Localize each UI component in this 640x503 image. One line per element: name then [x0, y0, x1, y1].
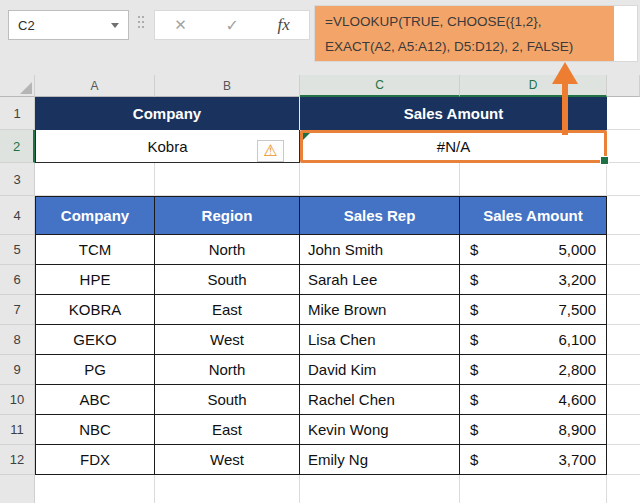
cell-e4[interactable]: [607, 196, 640, 235]
cell-sales-amount[interactable]: $8,900: [460, 415, 607, 445]
cell-company[interactable]: NBC: [35, 415, 155, 445]
row-header-10[interactable]: 10: [0, 385, 35, 415]
cell-company[interactable]: GEKO: [35, 325, 155, 355]
cell-sales-amount[interactable]: $2,800: [460, 355, 607, 385]
row-header-8[interactable]: 8: [0, 325, 35, 355]
cell-sales-rep[interactable]: Emily Ng: [300, 445, 460, 475]
row-header-9[interactable]: 9: [0, 355, 35, 385]
table-header-sales-rep[interactable]: Sales Rep: [300, 196, 460, 235]
table-body: TCMNorthJohn Smith$5,000HPESouthSarah Le…: [35, 235, 640, 475]
cell-e1[interactable]: [607, 97, 640, 130]
error-indicator-triangle: [303, 133, 310, 140]
excel-window: C2 ✕ ✓ fx =VLOOKUP(TRUE, CHOOSE({1,2}, E…: [0, 0, 640, 503]
cell-e12[interactable]: [607, 445, 640, 475]
cell-e5[interactable]: [607, 235, 640, 265]
cell-e6[interactable]: [607, 265, 640, 295]
table-row-12: FDXWestEmily Ng$3,700: [35, 445, 640, 475]
enter-icon[interactable]: ✓: [225, 16, 238, 35]
formula-bar[interactable]: =VLOOKUP(TRUE, CHOOSE({1,2}, EXACT(A2, A…: [314, 5, 638, 62]
cell-c13[interactable]: [300, 475, 460, 503]
cell-a1-company-header[interactable]: Company: [35, 97, 300, 130]
cell-sales-amount[interactable]: $6,100: [460, 325, 607, 355]
row-header-13-partial[interactable]: [0, 475, 35, 503]
cell-region[interactable]: North: [155, 355, 300, 385]
row-3: [35, 163, 640, 196]
fill-handle[interactable]: [600, 156, 609, 165]
cell-sales-amount[interactable]: $5,000: [460, 235, 607, 265]
cancel-icon[interactable]: ✕: [174, 16, 187, 34]
formula-bar-grip[interactable]: [138, 16, 146, 31]
spreadsheet-grid: A B C D 123456789101112 Company Sales Am…: [0, 75, 640, 503]
row-header-6[interactable]: 6: [0, 265, 35, 295]
insert-function-icon[interactable]: fx: [277, 15, 289, 35]
cell-sales-amount[interactable]: $7,500: [460, 295, 607, 325]
cell-e13[interactable]: [607, 475, 640, 503]
row-header-5[interactable]: 5: [0, 235, 35, 265]
cell-region[interactable]: West: [155, 445, 300, 475]
column-header-row: A B C D: [0, 75, 640, 97]
cell-b13[interactable]: [155, 475, 300, 503]
formula-toolbar: ✕ ✓ fx: [154, 10, 310, 40]
cell-company[interactable]: HPE: [35, 265, 155, 295]
cell-sales-rep[interactable]: Kevin Wong: [300, 415, 460, 445]
cell-e10[interactable]: [607, 385, 640, 415]
column-header-c[interactable]: C: [300, 75, 460, 97]
column-header-d[interactable]: D: [460, 75, 607, 97]
cell-e3[interactable]: [607, 163, 640, 196]
cell-e8[interactable]: [607, 325, 640, 355]
row-header-2[interactable]: 2: [0, 130, 35, 163]
cell-sales-rep[interactable]: John Smith: [300, 235, 460, 265]
cell-company[interactable]: PG: [35, 355, 155, 385]
chevron-down-icon[interactable]: [111, 23, 119, 28]
cell-region[interactable]: East: [155, 415, 300, 445]
name-box[interactable]: C2: [8, 10, 129, 40]
amount-value: 4,600: [558, 391, 596, 408]
cell-sales-rep[interactable]: Sarah Lee: [300, 265, 460, 295]
currency-symbol: $: [470, 361, 478, 378]
cell-d3[interactable]: [460, 163, 607, 196]
row-4: Company Region Sales Rep Sales Amount: [35, 196, 640, 235]
cell-e11[interactable]: [607, 415, 640, 445]
row-header-3[interactable]: 3: [0, 163, 35, 196]
cell-sales-rep[interactable]: Rachel Chen: [300, 385, 460, 415]
cell-a13[interactable]: [35, 475, 155, 503]
cell-region[interactable]: South: [155, 385, 300, 415]
cell-region[interactable]: East: [155, 295, 300, 325]
cell-b3[interactable]: [155, 163, 300, 196]
row-header-11[interactable]: 11: [0, 415, 35, 445]
row-header-7[interactable]: 7: [0, 295, 35, 325]
cell-region[interactable]: West: [155, 325, 300, 355]
cell-e2[interactable]: [607, 130, 640, 163]
cell-company[interactable]: FDX: [35, 445, 155, 475]
cell-sales-amount[interactable]: $4,600: [460, 385, 607, 415]
cell-e7[interactable]: [607, 295, 640, 325]
cell-e9[interactable]: [607, 355, 640, 385]
cell-c3[interactable]: [300, 163, 460, 196]
cell-sales-rep[interactable]: Mike Brown: [300, 295, 460, 325]
cell-d13[interactable]: [460, 475, 607, 503]
cell-sales-rep[interactable]: Lisa Chen: [300, 325, 460, 355]
table-header-region[interactable]: Region: [155, 196, 300, 235]
cell-sales-amount[interactable]: $3,200: [460, 265, 607, 295]
column-header-e[interactable]: [607, 75, 640, 97]
cell-region[interactable]: South: [155, 265, 300, 295]
table-row-8: GEKOWestLisa Chen$6,100: [35, 325, 640, 355]
row-header-1[interactable]: 1: [0, 97, 35, 130]
table-header-sales-amount[interactable]: Sales Amount: [460, 196, 607, 235]
select-all-corner[interactable]: [0, 75, 35, 97]
error-checking-button[interactable]: ⚠: [257, 140, 284, 162]
cell-sales-rep[interactable]: David Kim: [300, 355, 460, 385]
column-header-b[interactable]: B: [155, 75, 300, 97]
table-header-company[interactable]: Company: [35, 196, 155, 235]
cell-region[interactable]: North: [155, 235, 300, 265]
row-header-12[interactable]: 12: [0, 445, 35, 475]
cell-a3[interactable]: [35, 163, 155, 196]
warning-icon: ⚠: [263, 143, 277, 159]
cell-company[interactable]: KOBRA: [35, 295, 155, 325]
row-header-strip: 123456789101112: [0, 97, 35, 503]
row-header-4[interactable]: 4: [0, 196, 35, 235]
cell-sales-amount[interactable]: $3,700: [460, 445, 607, 475]
column-header-a[interactable]: A: [35, 75, 155, 97]
cell-company[interactable]: ABC: [35, 385, 155, 415]
cell-company[interactable]: TCM: [35, 235, 155, 265]
